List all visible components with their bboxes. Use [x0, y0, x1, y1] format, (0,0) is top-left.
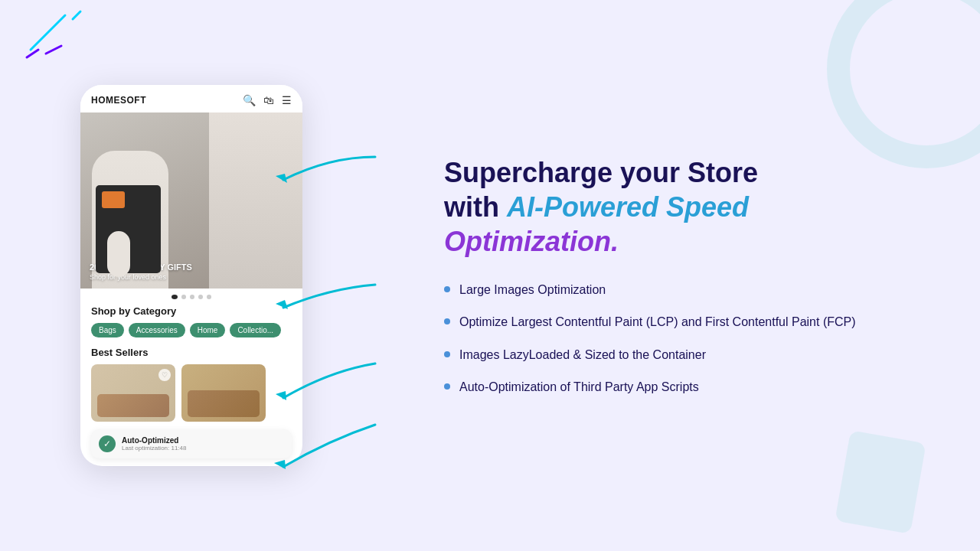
- svg-marker-4: [276, 174, 287, 183]
- right-panel: Supercharge your Store with AI-Powered S…: [383, 0, 980, 551]
- category-pill-collection[interactable]: Collectio...: [230, 323, 281, 337]
- feature-text-4: Auto-Optimization of Third Party App Scr…: [459, 379, 699, 396]
- svg-line-1: [73, 11, 80, 19]
- category-pill-home[interactable]: Home: [190, 323, 226, 337]
- wishlist-icon[interactable]: ♡: [158, 369, 171, 381]
- arrow-4-icon: [253, 417, 390, 478]
- feature-item-1: Large Images Optimization: [444, 282, 942, 298]
- heading-part2: with: [444, 191, 507, 223]
- svg-line-2: [27, 50, 38, 57]
- svg-marker-6: [276, 391, 286, 400]
- heading-highlight-blue: AI-Powered Speed: [507, 191, 749, 223]
- feature-item-2: Optimize Largest Contentful Paint (LCP) …: [444, 314, 942, 331]
- feature-dot-4: [444, 383, 450, 390]
- feature-dot-3: [444, 351, 450, 357]
- hero-discount-sub: Shop for your loved ones: [90, 273, 192, 281]
- cart-icon[interactable]: 🛍: [263, 94, 274, 106]
- phone-logo: HOMESOFT: [91, 95, 146, 106]
- feature-item-3: Images LazyLoaded & Sized to the Contain…: [444, 347, 942, 364]
- dot-1[interactable]: [172, 295, 178, 299]
- dot-2[interactable]: [181, 295, 186, 299]
- arrow-2-icon: [253, 277, 390, 323]
- svg-marker-7: [274, 460, 286, 469]
- menu-icon[interactable]: ☰: [282, 94, 292, 106]
- deco-arc-bottom: [835, 430, 926, 534]
- phone-nav-icons: 🔍 🛍 ☰: [243, 94, 292, 106]
- feature-text-1: Large Images Optimization: [459, 282, 606, 298]
- feature-item-4: Auto-Optimization of Third Party App Scr…: [444, 379, 942, 396]
- main-heading: Supercharge your Store with AI-Powered S…: [444, 155, 873, 259]
- category-pills: Bags Accessories Home Collectio...: [80, 323, 302, 347]
- svg-marker-5: [276, 300, 288, 309]
- category-pill-bags[interactable]: Bags: [91, 323, 124, 337]
- feature-dot-2: [444, 318, 450, 324]
- deco-arc-top: [827, 0, 980, 168]
- hero-image-right: [209, 112, 302, 289]
- product-card-1[interactable]: ♡: [91, 364, 175, 422]
- dot-3[interactable]: [190, 295, 194, 299]
- features-list: Large Images Optimization Optimize Large…: [444, 282, 942, 396]
- phone-header: HOMESOFT 🔍 🛍 ☰: [80, 85, 302, 112]
- search-icon[interactable]: 🔍: [243, 94, 256, 106]
- heading-part1: Supercharge your Store: [444, 157, 758, 188]
- auto-opt-label: Auto-Optimized: [122, 436, 187, 445]
- dot-4[interactable]: [198, 295, 203, 299]
- svg-line-3: [46, 46, 61, 54]
- dot-5[interactable]: [207, 295, 211, 299]
- feature-text-2: Optimize Largest Contentful Paint (LCP) …: [459, 314, 856, 331]
- hero-banner: 20% OFF HOLIDAY GIFTS Shop for your love…: [80, 112, 302, 289]
- arrow-1-icon: [253, 149, 390, 195]
- auto-opt-sub: Last optimization: 11:48: [122, 445, 187, 452]
- category-pill-accessories[interactable]: Accessories: [129, 323, 185, 337]
- arrow-3-icon: [253, 356, 390, 409]
- svg-line-0: [31, 15, 65, 50]
- check-icon: ✓: [99, 435, 116, 452]
- deco-lines-icon: [23, 8, 84, 61]
- auto-opt-text: Auto-Optimized Last optimization: 11:48: [122, 436, 187, 452]
- heading-highlight-purple: Optimization.: [444, 226, 619, 257]
- left-panel: HOMESOFT 🔍 🛍 ☰: [0, 0, 383, 551]
- feature-text-3: Images LazyLoaded & Sized to the Contain…: [459, 347, 706, 364]
- feature-dot-1: [444, 286, 450, 292]
